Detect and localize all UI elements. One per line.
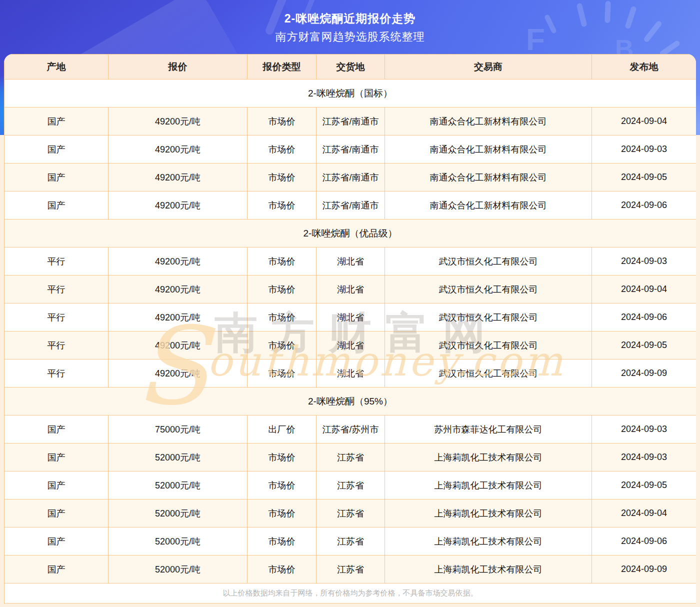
- cell-trader: 上海莉凯化工技术有限公司: [385, 556, 592, 584]
- column-header-delivery: 交货地: [316, 54, 385, 80]
- cell-delivery-place: 江苏省: [316, 472, 385, 500]
- footer-note-row: 以上价格数据均来自于网络，所有价格均为参考价格，不具备市场交易依据。: [4, 584, 696, 604]
- column-header-price-type: 报价类型: [248, 54, 316, 80]
- cell-origin: 国产: [4, 108, 108, 136]
- cell-delivery-place: 湖北省: [316, 248, 385, 276]
- cell-publish-date: 2024-09-09: [592, 360, 696, 388]
- price-row: 国产52000元/吨市场价江苏省上海莉凯化工技术有限公司2024-09-03: [4, 444, 696, 472]
- cell-price: 52000元/吨: [108, 556, 248, 584]
- cell-origin: 平行: [4, 276, 108, 304]
- price-row: 国产52000元/吨市场价江苏省上海莉凯化工技术有限公司2024-09-05: [4, 472, 696, 500]
- price-row: 平行49200元/吨市场价湖北省武汉市恒久化工有限公司2024-09-05: [4, 332, 696, 360]
- cell-publish-date: 2024-09-03: [592, 416, 696, 444]
- cell-publish-date: 2024-09-04: [592, 500, 696, 528]
- cell-trader: 武汉市恒久化工有限公司: [385, 304, 592, 332]
- cell-price: 49200元/吨: [108, 304, 248, 332]
- cell-origin: 国产: [4, 500, 108, 528]
- cell-publish-date: 2024-09-09: [592, 556, 696, 584]
- column-header-publish-date: 发布地: [592, 54, 696, 80]
- cell-price: 49200元/吨: [108, 136, 248, 164]
- cell-price: 52000元/吨: [108, 472, 248, 500]
- cell-delivery-place: 湖北省: [316, 276, 385, 304]
- cell-publish-date: 2024-09-03: [592, 248, 696, 276]
- price-table: 产地 报价 报价类型 交货地 交易商 发布地 2-咪唑烷酮（国标）国产49200…: [4, 54, 696, 604]
- price-row: 国产49200元/吨市场价江苏省/南通市南通众合化工新材料有限公司2024-09…: [4, 108, 696, 136]
- footer-note: 以上价格数据均来自于网络，所有价格均为参考价格，不具备市场交易依据。: [4, 584, 696, 604]
- cell-price: 49200元/吨: [108, 332, 248, 360]
- cell-delivery-place: 江苏省/南通市: [316, 136, 385, 164]
- section-header-row: 2-咪唑烷酮（国标）: [4, 80, 696, 108]
- cell-price: 49200元/吨: [108, 248, 248, 276]
- cell-origin: 平行: [4, 360, 108, 388]
- price-row: 平行49200元/吨市场价湖北省武汉市恒久化工有限公司2024-09-06: [4, 304, 696, 332]
- cell-trader: 南通众合化工新材料有限公司: [385, 108, 592, 136]
- cell-price: 49200元/吨: [108, 164, 248, 192]
- cell-trader: 武汉市恒久化工有限公司: [385, 360, 592, 388]
- price-row: 国产49200元/吨市场价江苏省/南通市南通众合化工新材料有限公司2024-09…: [4, 136, 696, 164]
- section-header-row: 2-咪唑烷酮（95%）: [4, 388, 696, 416]
- cell-publish-date: 2024-09-05: [592, 472, 696, 500]
- cell-price: 52000元/吨: [108, 444, 248, 472]
- price-table-body: 2-咪唑烷酮（国标）国产49200元/吨市场价江苏省/南通市南通众合化工新材料有…: [4, 80, 696, 584]
- cell-price-type: 市场价: [248, 360, 316, 388]
- cell-delivery-place: 江苏省/南通市: [316, 108, 385, 136]
- cell-publish-date: 2024-09-06: [592, 304, 696, 332]
- section-title: 2-咪唑烷酮（优品级）: [4, 220, 696, 248]
- cell-delivery-place: 江苏省: [316, 556, 385, 584]
- cell-trader: 武汉市恒久化工有限公司: [385, 248, 592, 276]
- cell-price-type: 市场价: [248, 276, 316, 304]
- price-row: 国产52000元/吨市场价江苏省上海莉凯化工技术有限公司2024-09-04: [4, 500, 696, 528]
- cell-origin: 平行: [4, 304, 108, 332]
- cell-delivery-place: 江苏省: [316, 500, 385, 528]
- price-row: 国产75000元/吨出厂价江苏省/苏州市苏州市森菲达化工有限公司2024-09-…: [4, 416, 696, 444]
- section-title: 2-咪唑烷酮（95%）: [4, 388, 696, 416]
- price-row: 平行49200元/吨市场价湖北省武汉市恒久化工有限公司2024-09-09: [4, 360, 696, 388]
- cell-origin: 平行: [4, 332, 108, 360]
- cell-price-type: 市场价: [248, 444, 316, 472]
- cell-price-type: 市场价: [248, 332, 316, 360]
- price-row: 平行49200元/吨市场价湖北省武汉市恒久化工有限公司2024-09-03: [4, 248, 696, 276]
- cell-trader: 上海莉凯化工技术有限公司: [385, 528, 592, 556]
- cell-origin: 国产: [4, 136, 108, 164]
- cell-publish-date: 2024-09-04: [592, 108, 696, 136]
- cell-publish-date: 2024-09-04: [592, 276, 696, 304]
- cell-trader: 南通众合化工新材料有限公司: [385, 136, 592, 164]
- price-table-foot: 以上价格数据均来自于网络，所有价格均为参考价格，不具备市场交易依据。: [4, 584, 696, 604]
- cell-origin: 国产: [4, 192, 108, 220]
- cell-delivery-place: 湖北省: [316, 304, 385, 332]
- cell-origin: 国产: [4, 472, 108, 500]
- cell-delivery-place: 湖北省: [316, 332, 385, 360]
- cell-price-type: 市场价: [248, 472, 316, 500]
- cell-trader: 上海莉凯化工技术有限公司: [385, 500, 592, 528]
- cell-delivery-place: 江苏省/南通市: [316, 192, 385, 220]
- cell-publish-date: 2024-09-06: [592, 192, 696, 220]
- cell-origin: 平行: [4, 248, 108, 276]
- cell-trader: 上海莉凯化工技术有限公司: [385, 444, 592, 472]
- cell-price-type: 市场价: [248, 192, 316, 220]
- cell-price-type: 市场价: [248, 304, 316, 332]
- cell-price: 52000元/吨: [108, 500, 248, 528]
- cell-delivery-place: 湖北省: [316, 360, 385, 388]
- price-row: 国产49200元/吨市场价江苏省/南通市南通众合化工新材料有限公司2024-09…: [4, 164, 696, 192]
- page-title: 2-咪唑烷酮近期报价走势: [0, 12, 700, 26]
- cell-trader: 武汉市恒久化工有限公司: [385, 276, 592, 304]
- cell-publish-date: 2024-09-03: [592, 136, 696, 164]
- cell-trader: 南通众合化工新材料有限公司: [385, 192, 592, 220]
- cell-publish-date: 2024-09-05: [592, 164, 696, 192]
- cell-origin: 国产: [4, 164, 108, 192]
- cell-delivery-place: 江苏省: [316, 528, 385, 556]
- column-header-origin: 产地: [4, 54, 108, 80]
- cell-delivery-place: 江苏省/南通市: [316, 164, 385, 192]
- cell-price-type: 市场价: [248, 248, 316, 276]
- cell-price-type: 市场价: [248, 556, 316, 584]
- price-row: 平行49200元/吨市场价湖北省武汉市恒久化工有限公司2024-09-04: [4, 276, 696, 304]
- cell-price: 52000元/吨: [108, 528, 248, 556]
- cell-origin: 国产: [4, 416, 108, 444]
- section-header-row: 2-咪唑烷酮（优品级）: [4, 220, 696, 248]
- cell-origin: 国产: [4, 556, 108, 584]
- cell-trader: 上海莉凯化工技术有限公司: [385, 472, 592, 500]
- page-subtitle: 南方财富网趋势选股系统整理: [0, 30, 700, 44]
- column-header-row: 产地 报价 报价类型 交货地 交易商 发布地: [4, 54, 696, 80]
- cell-price: 49200元/吨: [108, 108, 248, 136]
- column-header-trader: 交易商: [385, 54, 592, 80]
